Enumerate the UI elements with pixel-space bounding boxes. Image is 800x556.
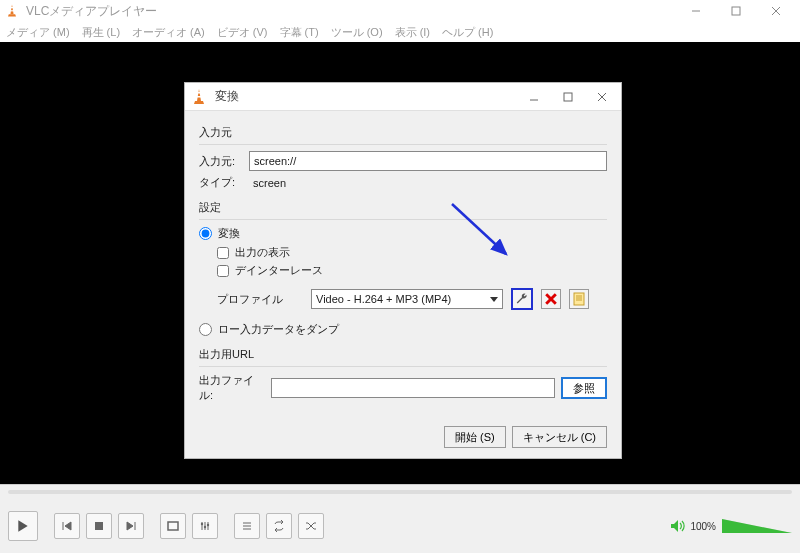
- speaker-icon[interactable]: [670, 519, 686, 533]
- edit-profile-button[interactable]: [511, 288, 533, 310]
- output-section-label: 出力用URL: [199, 347, 607, 362]
- dialog-titlebar: 変換: [185, 83, 621, 111]
- menu-view[interactable]: 表示 (I): [395, 25, 430, 40]
- stop-button[interactable]: [86, 513, 112, 539]
- new-file-icon: [573, 292, 585, 306]
- convert-dialog: 変換 入力元 入力元: screen:// タイプ: screen 設定: [184, 82, 622, 459]
- type-label: タイプ:: [199, 175, 249, 190]
- next-button[interactable]: [118, 513, 144, 539]
- vlc-cone-icon: [4, 3, 20, 19]
- ext-settings-button[interactable]: [192, 513, 218, 539]
- main-close-button[interactable]: [756, 0, 796, 22]
- source-input[interactable]: screen://: [249, 151, 607, 171]
- main-titlebar: VLCメディアプレイヤー: [0, 0, 800, 22]
- play-icon: [16, 519, 30, 533]
- source-label: 入力元:: [199, 154, 249, 169]
- menu-playback[interactable]: 再生 (L): [82, 25, 121, 40]
- menu-media[interactable]: メディア (M): [6, 25, 70, 40]
- playlist-button[interactable]: [234, 513, 260, 539]
- check-display-label: 出力の表示: [235, 245, 290, 260]
- dialog-title: 変換: [215, 88, 525, 105]
- output-file-label: 出力ファイル:: [199, 373, 265, 403]
- radio-dump-label: ロー入力データをダンプ: [218, 322, 339, 337]
- check-deinterlace-row[interactable]: デインターレース: [217, 263, 607, 278]
- delete-profile-button[interactable]: [541, 289, 561, 309]
- seek-bar[interactable]: [0, 485, 800, 499]
- svg-point-26: [207, 524, 209, 526]
- stop-icon: [94, 521, 104, 531]
- skip-forward-icon: [125, 520, 137, 532]
- playlist-icon: [241, 520, 253, 532]
- settings-section-label: 設定: [199, 200, 607, 215]
- vlc-cone-icon: [191, 87, 207, 107]
- output-file-input[interactable]: [271, 378, 555, 398]
- radio-convert-label: 変換: [218, 226, 240, 241]
- browse-button[interactable]: 参照: [561, 377, 607, 399]
- new-profile-button[interactable]: [569, 289, 589, 309]
- video-area: 変換 入力元 入力元: screen:// タイプ: screen 設定: [0, 42, 800, 484]
- check-display[interactable]: [217, 247, 229, 259]
- prev-button[interactable]: [54, 513, 80, 539]
- svg-rect-1: [10, 10, 14, 11]
- cancel-button[interactable]: キャンセル (C): [512, 426, 607, 448]
- delete-x-icon: [545, 293, 557, 305]
- fullscreen-button[interactable]: [160, 513, 186, 539]
- shuffle-icon: [305, 520, 317, 532]
- svg-rect-0: [11, 7, 14, 8]
- controls-toolbar: 100%: [0, 499, 800, 553]
- equalizer-icon: [199, 520, 211, 532]
- skip-back-icon: [61, 520, 73, 532]
- dialog-maximize-button[interactable]: [559, 88, 577, 106]
- svg-rect-20: [168, 522, 178, 530]
- dialog-minimize-button[interactable]: [525, 88, 543, 106]
- radio-convert-row[interactable]: 変換: [199, 226, 607, 241]
- svg-rect-6: [197, 92, 201, 94]
- menu-help[interactable]: ヘルプ (H): [442, 25, 493, 40]
- profile-dropdown[interactable]: Video - H.264 + MP3 (MP4): [311, 289, 503, 309]
- radio-convert[interactable]: [199, 227, 212, 240]
- start-button[interactable]: 開始 (S): [444, 426, 506, 448]
- wrench-icon: [515, 292, 529, 306]
- svg-point-24: [201, 523, 203, 525]
- loop-button[interactable]: [266, 513, 292, 539]
- svg-rect-14: [574, 293, 584, 305]
- menu-audio[interactable]: オーディオ (A): [132, 25, 205, 40]
- radio-dump-row[interactable]: ロー入力データをダンプ: [199, 322, 607, 337]
- svg-point-25: [204, 526, 206, 528]
- volume-slider[interactable]: [722, 519, 792, 533]
- menu-tools[interactable]: ツール (O): [331, 25, 383, 40]
- source-section-label: 入力元: [199, 125, 607, 140]
- loop-icon: [273, 520, 285, 532]
- svg-rect-3: [732, 7, 740, 15]
- play-button[interactable]: [8, 511, 38, 541]
- radio-dump[interactable]: [199, 323, 212, 336]
- svg-rect-7: [197, 96, 201, 98]
- check-display-row[interactable]: 出力の表示: [217, 245, 607, 260]
- fullscreen-icon: [167, 520, 179, 532]
- main-minimize-button[interactable]: [676, 0, 716, 22]
- volume-percent: 100%: [690, 521, 716, 532]
- menu-bar: メディア (M) 再生 (L) オーディオ (A) ビデオ (V) 字幕 (T)…: [0, 22, 800, 42]
- dialog-close-button[interactable]: [593, 88, 611, 106]
- check-deinterlace-label: デインターレース: [235, 263, 323, 278]
- shuffle-button[interactable]: [298, 513, 324, 539]
- main-window-title: VLCメディアプレイヤー: [26, 3, 676, 20]
- profile-label: プロファイル: [217, 292, 303, 307]
- main-maximize-button[interactable]: [716, 0, 756, 22]
- svg-rect-19: [95, 522, 103, 530]
- menu-subtitle[interactable]: 字幕 (T): [280, 25, 319, 40]
- type-value: screen: [249, 177, 286, 189]
- check-deinterlace[interactable]: [217, 265, 229, 277]
- menu-video[interactable]: ビデオ (V): [217, 25, 268, 40]
- svg-rect-9: [564, 93, 572, 101]
